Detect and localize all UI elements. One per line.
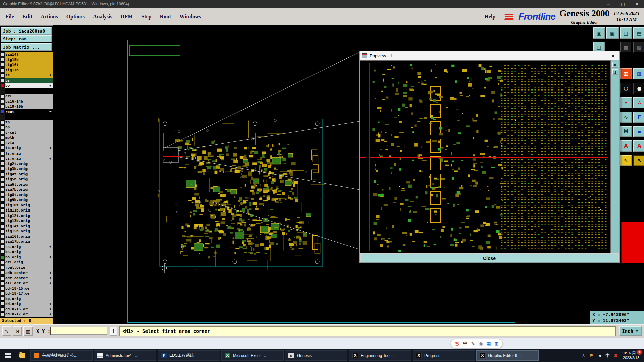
curve-button[interactable]: ∿ (620, 112, 632, 123)
layer-row[interactable]: sig11b.orig (0, 208, 53, 213)
menu-item-actions[interactable]: Actions (41, 14, 58, 20)
layer-visibility-toggle[interactable] (1, 276, 4, 280)
layer-row[interactable]: sig17b.orig (0, 239, 53, 244)
layer-row[interactable]: bp.orig (0, 296, 53, 302)
layer-visibility-toggle[interactable] (1, 146, 4, 150)
texture-button[interactable]: ▩ (620, 42, 632, 53)
layer-visibility-toggle[interactable] (1, 214, 4, 218)
f-lines-button[interactable]: F (633, 112, 644, 123)
layer-visibility-toggle[interactable] (1, 240, 4, 243)
alert-icon[interactable]: ⚑ (589, 353, 593, 358)
xy-input[interactable] (50, 327, 107, 335)
layer-row[interactable]: sig6t.orig (0, 182, 53, 187)
layer-row[interactable]: sig3b.orig (0, 166, 53, 172)
layer-row[interactable]: ts.orig (0, 151, 53, 156)
layer-visibility-toggle[interactable] (1, 183, 4, 186)
taskbar-app[interactable]: 兴森快捷衡阳分公... (30, 350, 93, 361)
layer-row[interactable]: sig13b.orig (0, 218, 53, 224)
layer-row[interactable]: sig15b.orig (0, 229, 53, 234)
layer-row[interactable]: adt_center♦ (0, 276, 53, 281)
layer-visibility-toggle[interactable] (1, 172, 4, 176)
layer-row[interactable]: sig12t.orig (0, 213, 53, 219)
menu-item-rout[interactable]: Rout (160, 14, 171, 20)
cursor-button[interactable]: ↖ (633, 155, 644, 166)
units-selector[interactable]: Inch (619, 326, 642, 336)
layer-row[interactable]: tp (0, 120, 53, 125)
layer-row[interactable]: rout.orig (0, 265, 53, 270)
taskbar-app[interactable]: XEngineering Tool... (349, 350, 411, 361)
cursor-button[interactable]: ↖ (620, 155, 632, 166)
layer-visibility-toggle[interactable] (1, 219, 4, 223)
grid-tool[interactable]: ▦ (23, 326, 33, 336)
menu-item-windows[interactable]: Windows (179, 14, 201, 20)
layer-visibility-toggle[interactable] (1, 84, 4, 87)
monitor-button[interactable]: ▣ (606, 27, 619, 39)
layer-row[interactable]: sig16t (0, 62, 53, 68)
speaker-icon[interactable]: ◄ (598, 353, 601, 358)
layer-row[interactable]: dd18-17.or♦ (0, 312, 53, 317)
taskbar-app[interactable]: Administrator^ - ... (94, 350, 156, 361)
layer-visibility-toggle[interactable] (1, 266, 4, 269)
layer-visibility-toggle[interactable] (1, 245, 4, 249)
layer-visibility-toggle[interactable] (1, 229, 4, 233)
layer-row[interactable]: sig14t.orig (0, 224, 53, 229)
alert-button[interactable]: ! (110, 327, 117, 336)
job-matrix-button[interactable]: Job Matrix ... (1, 43, 52, 51)
layer-visibility-toggle[interactable] (1, 162, 4, 166)
popview-close-icon[interactable] (609, 52, 617, 59)
layer-row[interactable]: drl (0, 94, 53, 99)
layer-visibility-toggle[interactable] (1, 198, 4, 202)
layer-row[interactable]: sig5b.orig (0, 177, 53, 182)
layer-visibility-toggle[interactable] (1, 79, 4, 82)
layer-visibility-toggle[interactable] (1, 63, 4, 67)
layer-visibility-toggle[interactable] (1, 141, 4, 145)
layer-row[interactable]: sig4t.orig (0, 172, 53, 177)
layer-row[interactable]: bs.orig (0, 249, 53, 255)
layer-visibility-toggle[interactable] (1, 255, 4, 259)
layer-row[interactable]: bs (0, 78, 53, 83)
layer-visibility-toggle[interactable] (1, 53, 4, 56)
popview-titlebar[interactable]: Popview - 1 (360, 51, 619, 60)
taskbar-app[interactable]: FEDS工程系统 (158, 350, 220, 361)
layer-visibility-toggle[interactable] (1, 131, 4, 134)
layer-visibility-toggle[interactable] (1, 297, 4, 301)
taskbar-app[interactable]: XProgress (413, 350, 475, 361)
layer-row[interactable]: sig9b.orig (0, 197, 53, 203)
layer-row[interactable]: bo.orig♦ (0, 255, 53, 260)
layer-row[interactable]: v-cut (0, 130, 53, 135)
grid-button[interactable]: ◫ (620, 27, 632, 39)
popview-body[interactable]: ▣◨ (360, 60, 619, 253)
layer-visibility-toggle[interactable] (1, 177, 4, 181)
sogou-logo[interactable]: S (455, 341, 459, 347)
step-label[interactable]: Step: cam (1, 35, 52, 42)
mic-icon[interactable]: ◉ (479, 341, 483, 346)
layer-row[interactable]: mpth (0, 135, 53, 140)
layer-row[interactable]: dd.orig♦ (0, 301, 53, 307)
layer-visibility-toggle[interactable] (1, 136, 4, 139)
layer-visibility-toggle[interactable] (1, 312, 4, 316)
file-explorer-button[interactable] (15, 349, 30, 362)
layer-row[interactable]: bd-18-17.or (0, 291, 53, 296)
popview-close-button[interactable]: Close (361, 254, 618, 263)
layer-row[interactable]: sig14t (0, 52, 53, 57)
layer-visibility-toggle[interactable] (1, 193, 4, 197)
menu-item-edit[interactable]: Edit (22, 14, 32, 20)
pop-layers-icon[interactable]: ◨ (612, 69, 618, 75)
layer-visibility-toggle[interactable] (1, 287, 4, 290)
layer-visibility-toggle[interactable] (1, 188, 4, 191)
layer-row[interactable]: bp (0, 125, 53, 130)
zoom-button[interactable]: ▦ (620, 68, 632, 79)
layer-row[interactable]: bz18-16b (0, 104, 53, 109)
keyboard-icon[interactable]: ▦ (486, 341, 491, 346)
layer-visibility-toggle[interactable] (1, 58, 4, 62)
red-dots-button[interactable]: ∴ (633, 97, 644, 108)
layer-visibility-toggle[interactable] (1, 157, 4, 160)
taskbar-app[interactable]: XMicrosoft Excel - ... (221, 350, 284, 361)
minimize-button[interactable] (602, 0, 616, 8)
layer-row[interactable]: ss.orig♦ (0, 244, 53, 250)
layer-row[interactable]: sig8t.orig (0, 192, 53, 198)
chevron-up-icon[interactable]: ∧ (582, 353, 585, 358)
taskbar-app[interactable]: XGraphic Editor 9.... (476, 350, 539, 361)
maximize-button[interactable] (616, 0, 630, 8)
layer-visibility-toggle[interactable] (1, 307, 4, 311)
